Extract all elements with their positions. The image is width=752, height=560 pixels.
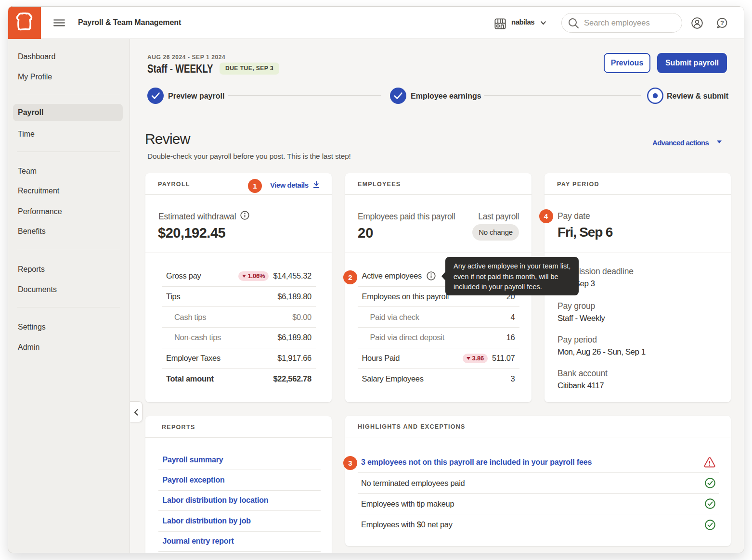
svg-text:?: ? (720, 19, 724, 26)
